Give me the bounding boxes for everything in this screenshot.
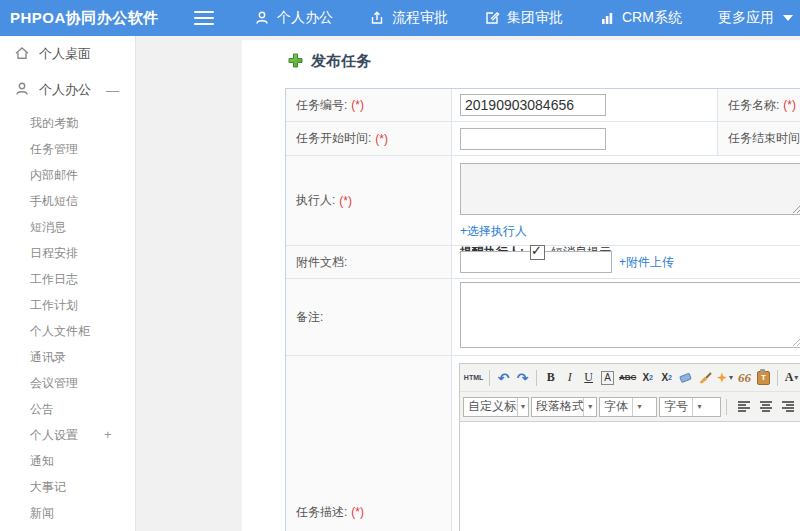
font-size-dropdown[interactable]: 字号 ▾: [659, 397, 721, 417]
form-row-executor: 执行人: (*) +选择执行人 提醒执行人: 短消息提示: [286, 156, 800, 246]
top-navbar: PHPOA协同办公软件 个人办公 流程审批 集团审批: [0, 0, 800, 36]
form-row-description: 任务描述: (*) HTML ↶ ↷ B I U: [286, 356, 800, 531]
align-right-icon[interactable]: [780, 398, 797, 416]
paste-icon[interactable]: T: [755, 369, 772, 387]
custom-title-dropdown[interactable]: 自定义标题 ▾: [463, 397, 529, 417]
resize-grip-icon[interactable]: [792, 200, 800, 218]
process-approval-icon: [369, 10, 385, 26]
collapse-icon[interactable]: —: [106, 83, 119, 98]
sidebar-item-contacts[interactable]: 通讯录: [0, 344, 135, 370]
remark-textarea[interactable]: [460, 282, 800, 348]
strikethrough-button[interactable]: ABC: [618, 369, 637, 387]
sidebar-item-internal-mail[interactable]: 内部邮件: [0, 162, 135, 188]
start-time-label: 任务开始时间:: [296, 130, 371, 147]
font-color-button[interactable]: A ▾: [783, 369, 800, 387]
task-no-input[interactable]: [460, 94, 606, 116]
chevron-down-icon: [783, 15, 793, 21]
nav-process-approval[interactable]: 流程审批: [369, 9, 448, 27]
sparkle-dropdown-icon[interactable]: ▾: [715, 369, 734, 387]
resize-grip-icon[interactable]: [792, 333, 800, 351]
main-content: 发布任务 任务编号: (*) 任务名称: (*): [242, 40, 800, 531]
start-time-input[interactable]: [460, 128, 606, 150]
blockquote-button[interactable]: 66: [736, 369, 753, 387]
font-family-dropdown[interactable]: 字体 ▾: [599, 397, 657, 417]
main-nav: 个人办公 流程审批 集团审批 CRM系统 更多应用: [254, 9, 793, 27]
nav-crm[interactable]: CRM系统: [599, 9, 682, 27]
underline-button[interactable]: U: [580, 369, 597, 387]
attachment-upload-link[interactable]: +附件上传: [619, 254, 674, 271]
nav-more-apps[interactable]: 更多应用: [718, 9, 793, 27]
chevron-down-icon: ▾: [692, 398, 706, 416]
add-icon: [288, 53, 303, 71]
eraser-icon[interactable]: [677, 369, 694, 387]
alignment-buttons: [736, 398, 800, 416]
sidebar-item-vote-survey[interactable]: 投票调查: [0, 526, 135, 531]
sidebar-item-short-message[interactable]: 短消息: [0, 214, 135, 240]
user-icon: [254, 10, 270, 26]
chevron-down-icon: ▾: [632, 398, 646, 416]
executor-label: 执行人:: [296, 192, 335, 209]
required-mark: (*): [339, 194, 352, 208]
align-center-icon[interactable]: [758, 398, 775, 416]
subscript-button[interactable]: X2: [658, 369, 675, 387]
required-mark: (*): [375, 132, 388, 146]
form-row-start-time: 任务开始时间: (*) 任务结束时间: (*): [286, 122, 800, 156]
sidebar-item-work-plan[interactable]: 工作计划: [0, 292, 135, 318]
expand-icon[interactable]: +: [104, 422, 112, 448]
edit-square-icon: [484, 10, 500, 26]
app-logo: PHPOA协同办公软件: [0, 9, 188, 28]
task-no-label: 任务编号:: [296, 97, 347, 114]
sidebar-item-announcement[interactable]: 公告: [0, 396, 135, 422]
attachment-label: 附件文档:: [296, 254, 347, 271]
form-row-task-no: 任务编号: (*) 任务名称: (*): [286, 89, 800, 122]
sidebar-item-personal-desktop[interactable]: 个人桌面: [0, 36, 135, 72]
choose-executor-link[interactable]: +选择执行人: [460, 223, 527, 240]
sidebar-item-my-attendance[interactable]: 我的考勤: [0, 110, 135, 136]
redo-icon[interactable]: ↷: [514, 369, 531, 387]
sidebar-item-file-cabinet[interactable]: 个人文件柜: [0, 318, 135, 344]
chevron-down-icon: ▾: [517, 398, 528, 416]
sidebar-item-meeting-management[interactable]: 会议管理: [0, 370, 135, 396]
required-mark: (*): [351, 505, 364, 519]
sidebar: 个人桌面 个人办公 — 我的考勤 任务管理 内部邮件 手机短信 短消息 日程安排…: [0, 36, 136, 531]
sidebar-item-memorabilia[interactable]: 大事记: [0, 474, 135, 500]
task-name-label: 任务名称:: [728, 97, 779, 114]
toolbar-separator: [726, 399, 727, 415]
sidebar-item-personal-settings[interactable]: 个人设置+: [0, 422, 135, 448]
sidebar-section-personal-office[interactable]: 个人办公 —: [0, 72, 135, 108]
chevron-down-icon: ▾: [729, 373, 733, 382]
sidebar-item-schedule[interactable]: 日程安排: [0, 240, 135, 266]
home-icon: [14, 45, 30, 64]
required-mark: (*): [351, 98, 364, 112]
sidebar-item-work-log[interactable]: 工作日志: [0, 266, 135, 292]
nav-personal-office[interactable]: 个人办公: [254, 9, 333, 27]
superscript-button[interactable]: X2: [639, 369, 656, 387]
font-style-button[interactable]: A: [599, 369, 616, 387]
editor-toolbar-row1: HTML ↶ ↷ B I U A ABC X2 X2: [460, 364, 800, 392]
source-code-button[interactable]: HTML: [463, 369, 484, 387]
app-window: PHPOA协同办公软件 个人办公 流程审批 集团审批: [0, 0, 800, 531]
undo-icon[interactable]: ↶: [495, 369, 512, 387]
sidebar-submenu: 我的考勤 任务管理 内部邮件 手机短信 短消息 日程安排 工作日志 工作计划 个…: [0, 110, 135, 531]
sidebar-item-mobile-sms[interactable]: 手机短信: [0, 188, 135, 214]
end-time-label: 任务结束时间:: [728, 130, 800, 147]
sms-checkbox[interactable]: [530, 245, 545, 260]
format-brush-icon[interactable]: [696, 369, 713, 387]
form-row-remark: 备注:: [286, 279, 800, 356]
toolbar-separator: [489, 370, 490, 386]
toolbar-separator: [777, 370, 778, 386]
bold-button[interactable]: B: [542, 369, 559, 387]
menu-toggle-icon[interactable]: [194, 11, 214, 25]
chevron-down-icon: ▾: [794, 373, 798, 382]
align-left-icon[interactable]: [736, 398, 753, 416]
sidebar-item-news[interactable]: 新闻: [0, 500, 135, 526]
editor-content-area[interactable]: [460, 422, 800, 531]
executor-textarea[interactable]: [460, 163, 800, 215]
user-icon: [14, 81, 30, 100]
sidebar-item-notification[interactable]: 通知: [0, 448, 135, 474]
remark-label: 备注:: [296, 309, 323, 326]
sidebar-item-task-management[interactable]: 任务管理: [0, 136, 135, 162]
paragraph-format-dropdown[interactable]: 段落格式 ▾: [531, 397, 597, 417]
italic-button[interactable]: I: [561, 369, 578, 387]
nav-group-approval[interactable]: 集团审批: [484, 9, 563, 27]
